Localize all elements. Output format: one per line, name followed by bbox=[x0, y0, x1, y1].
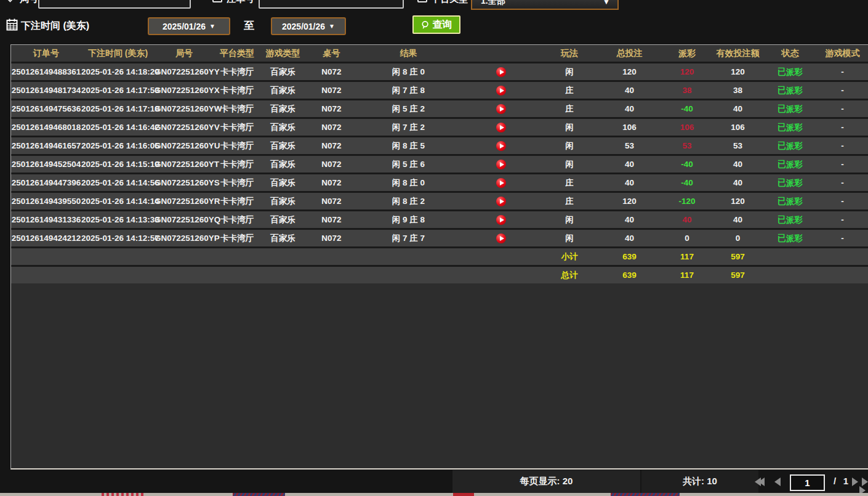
cell-result: 闲 8 庄 0 bbox=[358, 177, 459, 189]
subtotal-row-label: 小计 bbox=[542, 251, 597, 262]
play-video-icon[interactable] bbox=[459, 140, 542, 150]
cell-game: 百家乐 bbox=[260, 122, 305, 133]
cell-status: 已派彩 bbox=[764, 214, 816, 226]
cell-round: GN072251260YT bbox=[155, 160, 214, 169]
cell-table_no: N072 bbox=[305, 234, 358, 243]
bet-id-input[interactable] bbox=[259, 0, 404, 9]
cell-time: 2025-01-26 14:13:33 bbox=[81, 215, 155, 224]
cell-result: 闲 7 庄 7 bbox=[358, 233, 459, 244]
cell-time: 2025-01-26 14:14:56 bbox=[81, 178, 155, 187]
date-from-picker[interactable]: 2025/01/26 ▼ bbox=[148, 17, 230, 35]
cell-table_no: N072 bbox=[305, 141, 358, 150]
cell-mode: - bbox=[816, 86, 868, 95]
date-to-picker[interactable]: 2025/01/26 ▼ bbox=[271, 17, 346, 35]
cell-payout: -120 bbox=[662, 197, 712, 206]
background-edge-strip bbox=[0, 493, 868, 496]
first-page-icon[interactable] bbox=[755, 478, 765, 486]
cell-valid: 38 bbox=[712, 86, 764, 95]
cell-payout: -40 bbox=[662, 178, 712, 187]
cell-status: 已派彩 bbox=[764, 104, 816, 115]
cell-table_no: N072 bbox=[305, 86, 358, 95]
cell-play: 闲 bbox=[542, 159, 597, 170]
cell-table_no: N072 bbox=[305, 67, 358, 76]
column-header: 状态 bbox=[764, 48, 816, 59]
next-page-icon[interactable] bbox=[852, 478, 858, 486]
cell-valid: 40 bbox=[712, 104, 764, 113]
play-video-icon[interactable] bbox=[459, 177, 542, 187]
column-header: 有效投注额 bbox=[712, 48, 764, 59]
cell-result: 闲 8 庄 2 bbox=[358, 196, 459, 207]
list-icon bbox=[212, 0, 222, 2]
column-header: 玩法 bbox=[542, 48, 597, 59]
column-header: 局号 bbox=[155, 48, 214, 59]
cell-status: 已派彩 bbox=[764, 140, 816, 152]
cell-order: 250126149439550 bbox=[11, 197, 81, 206]
platform-type-label: 平台类型 bbox=[431, 0, 468, 5]
cell-play: 闲 bbox=[542, 67, 597, 78]
chevron-down-icon: ▼ bbox=[603, 0, 610, 6]
play-video-icon[interactable] bbox=[459, 122, 542, 132]
bet-id-label: 注单号 bbox=[227, 0, 254, 5]
play-video-icon[interactable] bbox=[459, 196, 542, 206]
platform-type-value: 1.全部 bbox=[481, 0, 505, 7]
play-video-icon[interactable] bbox=[459, 85, 542, 95]
current-page-input[interactable] bbox=[790, 474, 825, 491]
platform-type-select[interactable]: 1.全部 ▼ bbox=[471, 0, 619, 10]
cell-order: 250126149431336 bbox=[11, 215, 81, 224]
search-button[interactable]: 查询 bbox=[412, 15, 460, 34]
cell-status: 已派彩 bbox=[764, 177, 816, 189]
cell-platform: 卡卡湾厅 bbox=[214, 122, 260, 133]
cell-round: GN072251260YU bbox=[155, 141, 214, 150]
cell-result: 闲 5 庄 6 bbox=[358, 159, 459, 170]
cell-status: 已派彩 bbox=[764, 67, 816, 78]
cell-game: 百家乐 bbox=[260, 140, 305, 152]
cell-round: GN072251260YY bbox=[155, 67, 214, 76]
date-to-value: 2025/01/26 bbox=[282, 22, 325, 31]
cell-mode: - bbox=[816, 234, 868, 243]
cell-total: 40 bbox=[597, 86, 662, 95]
grand-total-row-label: 总计 bbox=[542, 270, 597, 281]
cell-platform: 卡卡湾厅 bbox=[214, 85, 260, 96]
column-header: 总投注 bbox=[597, 48, 662, 59]
results-table: 订单号下注时间 (美东)局号平台类型游戏类型桌号结果玩法总投注派彩有效投注额状态… bbox=[10, 44, 868, 470]
column-header: 游戏类型 bbox=[260, 48, 305, 59]
cell-platform: 卡卡湾厅 bbox=[214, 140, 260, 152]
cell-payout: 38 bbox=[662, 86, 712, 95]
cell-status: 已派彩 bbox=[764, 196, 816, 207]
cell-mode: - bbox=[816, 141, 868, 150]
play-video-icon[interactable] bbox=[459, 233, 542, 243]
total-count-text: 共计: 10 bbox=[641, 476, 758, 487]
cell-valid: 40 bbox=[712, 160, 764, 169]
column-header: 游戏模式 bbox=[816, 48, 868, 59]
cell-valid: 106 bbox=[712, 123, 764, 132]
cell-platform: 卡卡湾厅 bbox=[214, 67, 260, 78]
cell-time: 2025-01-26 14:16:05 bbox=[81, 141, 155, 150]
cell-time: 2025-01-26 14:15:19 bbox=[81, 160, 155, 169]
diamond-icon bbox=[4, 0, 15, 2]
page-separator: / bbox=[830, 476, 840, 486]
round-number-input[interactable] bbox=[38, 0, 191, 9]
cell-order: 250126149461657 bbox=[11, 141, 81, 150]
play-video-icon[interactable] bbox=[459, 214, 542, 224]
cell-play: 庄 bbox=[542, 104, 597, 115]
play-video-icon[interactable] bbox=[459, 104, 542, 113]
cell-payout: 120 bbox=[662, 67, 712, 76]
cell-status: 已派彩 bbox=[764, 159, 816, 170]
table-row: 2501261494817342025-01-26 14:17:53GN0722… bbox=[11, 82, 868, 99]
cell-order: 250126149447396 bbox=[11, 178, 81, 187]
grand-total-row-valid-bet: 597 bbox=[712, 270, 764, 280]
play-video-icon[interactable] bbox=[459, 67, 542, 76]
cell-payout: 0 bbox=[662, 234, 712, 243]
play-video-icon[interactable] bbox=[459, 159, 542, 169]
cell-platform: 卡卡湾厅 bbox=[214, 196, 260, 207]
column-header: 订单号 bbox=[11, 48, 81, 59]
cell-mode: - bbox=[816, 67, 868, 76]
table-body: 2501261494883612025-01-26 14:18:29GN0722… bbox=[11, 63, 868, 283]
last-page-icon[interactable] bbox=[862, 478, 868, 495]
cell-platform: 卡卡湾厅 bbox=[214, 177, 260, 189]
prev-page-icon[interactable] bbox=[774, 478, 781, 486]
cell-time: 2025-01-26 14:16:42 bbox=[81, 123, 155, 132]
search-button-label: 查询 bbox=[433, 18, 452, 31]
cell-valid: 40 bbox=[712, 178, 764, 187]
column-header: 平台类型 bbox=[214, 48, 260, 59]
